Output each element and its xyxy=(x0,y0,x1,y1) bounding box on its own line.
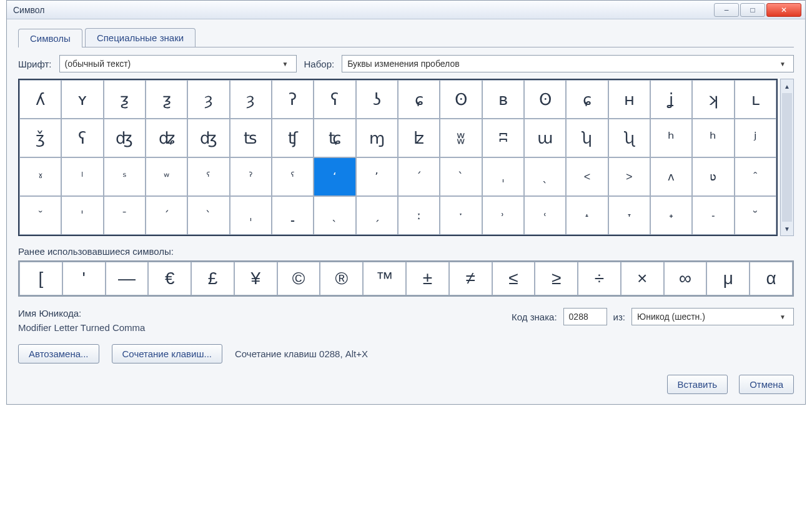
recent-symbol-cell[interactable]: ¥ xyxy=(234,262,277,295)
recent-symbol-cell[interactable]: × xyxy=(621,262,664,295)
symbol-cell[interactable]: ʜ xyxy=(608,80,650,119)
symbol-cell[interactable]: ˆ xyxy=(735,157,776,196)
recent-symbol-cell[interactable]: ' xyxy=(62,262,106,295)
symbol-cell[interactable]: ʙ xyxy=(482,80,524,119)
symbol-cell[interactable]: ƺ xyxy=(146,80,187,119)
symbol-cell[interactable]: ˡ xyxy=(61,157,103,196)
symbol-cell[interactable]: < xyxy=(566,157,608,196)
symbol-cell[interactable]: ˗ xyxy=(692,196,734,235)
symbol-cell[interactable]: ʟ xyxy=(735,80,776,119)
symbol-cell[interactable]: ȝ xyxy=(187,80,229,119)
close-button[interactable]: ✕ xyxy=(766,3,801,17)
recent-symbol-cell[interactable]: ® xyxy=(320,262,363,295)
symbol-cell[interactable]: > xyxy=(608,157,650,196)
symbol-cell[interactable]: ʝ xyxy=(650,80,692,119)
symbol-cell[interactable]: ʥ xyxy=(146,119,187,157)
symbol-cell[interactable]: ʌ xyxy=(650,157,692,196)
symbol-cell[interactable]: ˁ xyxy=(272,157,314,196)
symbol-cell[interactable]: ˋ xyxy=(440,157,482,196)
shortcut-key-button[interactable]: Сочетание клавиш... xyxy=(112,344,222,363)
symbol-cell[interactable]: ˢ xyxy=(104,157,146,196)
symbol-cell[interactable]: ˊ xyxy=(398,157,440,196)
recent-symbol-cell[interactable]: ∞ xyxy=(664,262,707,295)
symbol-cell[interactable]: ˎ xyxy=(524,157,566,196)
symbol-cell[interactable]: ˍ xyxy=(272,196,314,235)
scrollbar-thumb[interactable] xyxy=(782,93,792,222)
recent-symbol-cell[interactable]: [ xyxy=(19,262,62,295)
symbol-cell[interactable]: ɱ xyxy=(356,119,398,157)
symbol-cell[interactable]: ƺ xyxy=(104,80,146,119)
symbol-cell[interactable]: ˎ xyxy=(314,196,355,235)
symbol-cell[interactable]: ˉ xyxy=(104,196,146,235)
symbol-cell[interactable]: ʘ xyxy=(524,80,566,119)
tab-symbols[interactable]: Символы xyxy=(18,29,82,47)
recent-symbol-cell[interactable]: α xyxy=(750,262,793,295)
symbol-cell[interactable]: ˇ xyxy=(19,196,61,235)
symbol-cell[interactable]: ˕ xyxy=(608,196,650,235)
autocorrect-button[interactable]: Автозамена... xyxy=(18,344,99,363)
symbol-cell[interactable]: ˋ xyxy=(187,196,229,235)
recent-symbol-cell[interactable]: ± xyxy=(406,262,449,295)
symbol-cell[interactable]: ɕ xyxy=(398,80,440,119)
symbol-cell[interactable]: ʻ xyxy=(314,157,355,196)
symbol-cell[interactable]: ʷ xyxy=(146,157,187,196)
symbol-cell[interactable]: ˘ xyxy=(735,196,776,235)
recent-symbol-cell[interactable]: μ xyxy=(706,262,750,295)
symbol-cell[interactable]: ȝ xyxy=(230,80,272,119)
symbol-cell[interactable]: ǯ xyxy=(19,119,61,157)
symbol-cell[interactable]: ʏ xyxy=(61,80,103,119)
symbol-cell[interactable]: ˀ xyxy=(230,157,272,196)
cancel-button[interactable]: Отмена xyxy=(739,375,794,394)
symbol-cell[interactable]: ʭ xyxy=(482,119,524,157)
symbol-cell[interactable]: ˤ xyxy=(187,157,229,196)
minimize-button[interactable]: – xyxy=(714,3,739,17)
symbol-cell[interactable]: ˈ xyxy=(61,196,103,235)
recent-symbol-cell[interactable]: © xyxy=(277,262,320,295)
symbol-cell[interactable]: ˑ xyxy=(440,196,482,235)
recent-symbol-cell[interactable]: ≤ xyxy=(492,262,535,295)
symbol-cell[interactable]: ː xyxy=(398,196,440,235)
maximize-button[interactable]: □ xyxy=(740,3,765,17)
symbol-cell[interactable]: ʖ xyxy=(356,80,398,119)
symbol-cell[interactable]: ʤ xyxy=(104,119,146,157)
symbol-cell[interactable]: ˏ xyxy=(356,196,398,235)
recent-symbol-cell[interactable]: ≠ xyxy=(449,262,492,295)
charcode-input[interactable]: 0288 xyxy=(563,308,607,325)
symbol-cell[interactable]: ʋ xyxy=(692,157,734,196)
symbol-cell[interactable]: ɯ xyxy=(524,119,566,157)
symbol-cell[interactable]: ˌ xyxy=(482,157,524,196)
scroll-down-icon[interactable]: ▼ xyxy=(781,222,793,235)
symbol-cell[interactable]: ˊ xyxy=(146,196,187,235)
recent-symbol-cell[interactable]: € xyxy=(148,262,191,295)
symbol-cell[interactable]: ˒ xyxy=(482,196,524,235)
symbol-cell[interactable]: ʨ xyxy=(314,119,355,157)
symbol-cell[interactable]: ʯ xyxy=(608,119,650,157)
recent-symbol-cell[interactable]: ™ xyxy=(363,262,406,295)
symbol-cell[interactable]: ˓ xyxy=(524,196,566,235)
symbol-cell[interactable]: ˖ xyxy=(650,196,692,235)
recent-symbol-cell[interactable]: ÷ xyxy=(578,262,621,295)
symbol-cell[interactable]: ʧ xyxy=(272,119,314,157)
symbol-cell[interactable]: ɕ xyxy=(566,80,608,119)
symbol-cell[interactable]: ʕ xyxy=(314,80,355,119)
symbol-cell[interactable]: ʤ xyxy=(187,119,229,157)
insert-button[interactable]: Вставить xyxy=(667,375,728,394)
encoding-combo[interactable]: Юникод (шестн.) ▼ xyxy=(631,308,794,325)
subset-combo[interactable]: Буквы изменения пробелов ▼ xyxy=(342,55,794,72)
scroll-up-icon[interactable]: ▲ xyxy=(781,79,793,93)
symbol-scrollbar[interactable]: ▲ ▼ xyxy=(780,79,794,236)
symbol-cell[interactable]: ˌ xyxy=(230,196,272,235)
symbol-grid[interactable]: ʎʏƺƺȝȝʔʕʖɕʘʙʘɕʜʝʞʟǯʕʤʥʤʦʧʨɱʫʬʭɯʮʯʰʰʲˠˡˢʷ… xyxy=(18,79,778,236)
symbol-cell[interactable]: ʬ xyxy=(440,119,482,157)
recent-symbol-cell[interactable]: ≥ xyxy=(535,262,578,295)
symbol-cell[interactable]: ˔ xyxy=(566,196,608,235)
symbol-cell[interactable]: ʮ xyxy=(566,119,608,157)
symbol-cell[interactable]: ʫ xyxy=(398,119,440,157)
font-combo[interactable]: (обычный текст) ▼ xyxy=(59,55,297,72)
symbol-cell[interactable]: ʘ xyxy=(440,80,482,119)
symbol-cell[interactable]: ʰ xyxy=(650,119,692,157)
symbol-cell[interactable]: ˠ xyxy=(19,157,61,196)
symbol-cell[interactable]: ʦ xyxy=(230,119,272,157)
recent-symbols-grid[interactable]: ['—€£¥©®™±≠≤≥÷×∞μα xyxy=(18,260,794,297)
symbol-cell[interactable]: ʞ xyxy=(692,80,734,119)
